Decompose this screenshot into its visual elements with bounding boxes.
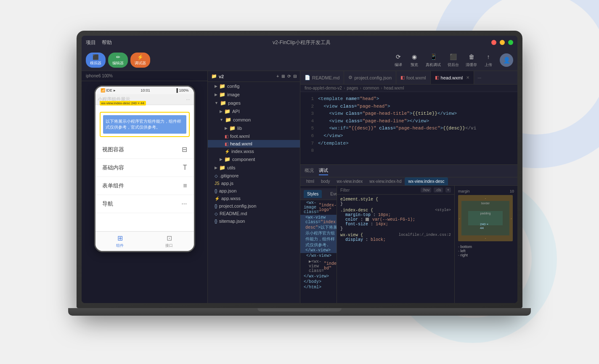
simulator-button[interactable]: ⬛ 模拟器 <box>86 53 106 68</box>
tree-item-pages[interactable]: ▼ 📁 pages <box>208 99 300 107</box>
tree-item-common[interactable]: ▼ 📁 common <box>208 116 300 124</box>
tab-readme[interactable]: 📄 README.md <box>300 71 344 84</box>
tree-item-head-wxml[interactable]: ◧ head.wxml <box>208 140 300 148</box>
devtools-top-tabs: 概况 调试 <box>300 165 517 177</box>
tree-item-component[interactable]: ▶ 📁 component <box>208 155 300 164</box>
tab-debug[interactable]: 调试 <box>319 166 328 175</box>
tree-item-foot-wxml[interactable]: ◧ foot.wxml <box>208 132 300 140</box>
phone-menu-icon-0: ⊟ <box>182 145 187 153</box>
box-model-title: margin 10 <box>458 189 514 193</box>
breadcrumb-sep-2: › <box>381 86 382 90</box>
tree-item-utils[interactable]: ▶ 📁 utils <box>208 164 300 172</box>
breadcrumb-part-2: common <box>363 86 379 90</box>
tree-item-readme[interactable]: ◇ README.md <box>208 210 300 217</box>
style-colon: : <box>371 222 376 227</box>
chevron-down-icon: ▼ <box>220 118 223 122</box>
panel-tab-event-listeners[interactable]: Event Listeners <box>327 190 337 198</box>
breadcrumb-sep-1: › <box>360 86 361 90</box>
dom-row-4[interactable]: </wx-view> <box>300 274 337 279</box>
toolbar: ⬛ 模拟器 ✏ 编辑器 ⚡ 调试器 <box>82 49 517 71</box>
tree-new-folder-icon[interactable]: ⊞ <box>281 74 285 79</box>
element-tabs: html body wx-view.index wx-view.index-hd… <box>300 177 517 186</box>
compile-action[interactable]: ⟳ 编译 <box>394 52 403 68</box>
style-colon: : <box>366 237 371 242</box>
padding-label: padding <box>480 212 491 215</box>
user-avatar[interactable]: 👤 <box>500 53 513 67</box>
folder-icon: 📁 <box>220 100 226 106</box>
tree-refresh-icon[interactable]: ⟳ <box>287 74 291 79</box>
editor-button[interactable]: ✏ 编辑器 <box>108 53 128 68</box>
tree-new-file-icon[interactable]: + <box>276 74 279 79</box>
tree-collapse-icon[interactable]: ⊟ <box>293 74 297 79</box>
file-icon: ◇ <box>215 211 218 216</box>
folder-icon: 📁 <box>225 117 231 123</box>
tab-foot-wxml[interactable]: ◧ foot.wxml <box>396 71 430 84</box>
tree-item-config[interactable]: ▶ 📁 config <box>208 82 300 90</box>
tree-item-label: app.js <box>221 181 233 186</box>
style-source: localfile:/_index.css:2 <box>399 233 451 237</box>
dom-row-6[interactable]: </html> <box>300 285 337 290</box>
tree-item-project-config[interactable]: {} project.config.json <box>208 202 300 210</box>
menu-item-project[interactable]: 项目 <box>86 39 96 46</box>
close-button[interactable] <box>491 40 496 45</box>
clear-cache-action[interactable]: 🗑 清缓存 <box>466 52 477 68</box>
elem-tab-wx-view-index-hd[interactable]: wx-view.index-hd <box>366 177 405 185</box>
dom-row-0[interactable]: <wx-image class="index-logo" src="../res… <box>300 200 337 215</box>
tree-item-index-wxss[interactable]: ⚡ index.wxss <box>208 148 300 155</box>
phone-menu-item-1[interactable]: 基础内容 T <box>95 159 194 177</box>
code-content: <template name="head"> <box>318 95 379 103</box>
tree-item-app-wxss[interactable]: ⚡ app.wxss <box>208 195 300 202</box>
debugger-button[interactable]: ⚡ 调试器 <box>130 53 150 68</box>
tree-item-sitemap[interactable]: {} sitemap.json <box>208 217 300 225</box>
compile-icon: ⟳ <box>394 52 403 61</box>
filter-tag-hov[interactable]: :hov <box>421 187 431 193</box>
minimize-button[interactable] <box>500 40 505 45</box>
elem-tab-wx-view-index-desc[interactable]: wx-view.index-desc <box>405 177 448 185</box>
tree-item-app-js[interactable]: JS app.js <box>208 179 300 187</box>
phone-menu-item-3[interactable]: 导航 ··· <box>95 195 194 213</box>
filter-tag-plus[interactable]: + <box>445 187 451 193</box>
background-action[interactable]: ⬛ 切后台 <box>448 52 459 68</box>
tab-more-icon[interactable]: ··· <box>474 75 485 80</box>
phone-component: wx-view.index-desc 240 × 44 以下将展示小程序官方组件… <box>95 105 194 140</box>
maximize-button[interactable] <box>508 40 513 45</box>
dom-row-2[interactable]: </wx-view> <box>300 253 337 258</box>
close-tab-icon[interactable]: ✕ <box>466 75 469 80</box>
tree-item-lib[interactable]: ▶ 📁 lib <box>208 124 300 132</box>
tab-head-wxml[interactable]: ◧ head.wxml ✕ <box>431 71 474 84</box>
tree-item-image[interactable]: ▶ 📁 image <box>208 90 300 99</box>
panel-tab-styles[interactable]: Styles <box>304 190 322 198</box>
tab-overview[interactable]: 概况 <box>305 166 314 175</box>
styles-filter-input[interactable] <box>340 188 418 193</box>
tree-item-app-json[interactable]: {} app.json <box>208 187 300 195</box>
json-file-icon: {} <box>215 189 217 193</box>
preview-action[interactable]: ◉ 预览 <box>410 52 419 68</box>
code-area[interactable]: 1 <template name="head"> 2 <view class="… <box>300 92 517 164</box>
phone-menu-item-0[interactable]: 视图容器 ⊟ <box>95 140 194 159</box>
elem-tab-wx-view-index[interactable]: wx-view.index <box>334 177 366 185</box>
phone-menu-label-1: 基础内容 <box>102 164 124 171</box>
editor-label: 编辑器 <box>112 61 124 66</box>
tree-item-api[interactable]: ▶ 📁 API <box>208 107 300 116</box>
nav-item-component[interactable]: ⊞ 组件 <box>95 232 145 251</box>
styles-filter: :hov .cls + <box>337 186 454 195</box>
dom-row-1[interactable]: <wx-view class="index-desc">以下将展示小程序官方组件… <box>300 215 337 253</box>
folder-icon: 📁 <box>219 165 225 171</box>
dom-row-5[interactable]: </body> <box>300 279 337 285</box>
tab-project-config[interactable]: ⚙ project.config.json <box>344 71 396 84</box>
phone-menu-item-2[interactable]: 表单组件 ≡ <box>95 177 194 195</box>
dom-row-3[interactable]: ▶<wx-view class="index-bd">_</wx-view> <box>300 258 337 274</box>
wxss-file-icon: ⚡ <box>215 196 220 201</box>
filter-tag-cls[interactable]: .cls <box>434 187 443 193</box>
window-title: v2-FinClip小程序开发工具 <box>273 39 331 46</box>
elem-tab-body[interactable]: body <box>318 177 334 185</box>
elem-tab-html[interactable]: html <box>303 177 318 185</box>
device-debug-action[interactable]: 📱 真机调试 <box>426 52 441 68</box>
folder-icon: 📁 <box>219 83 225 89</box>
nav-item-interface[interactable]: ⊡ 接口 <box>145 232 194 251</box>
tab-readme-label: README.md <box>312 75 339 80</box>
tree-item-gitignore[interactable]: ◇ .gitignore <box>208 172 300 179</box>
compile-label: 编译 <box>395 62 402 68</box>
upload-action[interactable]: ↑ 上传 <box>484 52 493 68</box>
menu-item-help[interactable]: 帮助 <box>102 39 112 46</box>
